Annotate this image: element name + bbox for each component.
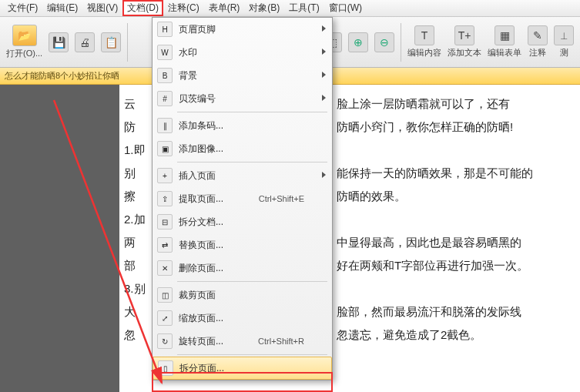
menu-item-删除页面[interactable]: ✕删除页面... <box>153 256 332 280</box>
menu-file[interactable]: 文件(F) <box>3 0 42 16</box>
page-gutter <box>0 85 119 392</box>
menu-item-背景[interactable]: B背景 <box>153 64 332 87</box>
measure-button[interactable]: ⟂测 <box>554 25 574 59</box>
menu-item-拆分文档[interactable]: ⊟拆分文档... <box>153 210 332 233</box>
menu-item-icon: ↻ <box>157 333 173 349</box>
menu-item-label: 插入页面 <box>179 169 216 183</box>
annotate-icon: ✎ <box>528 25 548 45</box>
menu-item-icon: ▯ <box>158 360 173 376</box>
menu-item-icon: B <box>157 68 173 83</box>
toolbar-separator <box>401 23 401 62</box>
doc-line: 好在两颊和T字部位再进行加强一次。 <box>337 254 533 277</box>
menu-item-label: 删除页面... <box>179 262 223 275</box>
text-edit-icon: T <box>414 25 434 45</box>
menu-annotate[interactable]: 注释(C) <box>163 0 204 16</box>
add-text-button[interactable]: T+添加文本 <box>448 25 481 59</box>
menu-item-label: 提取页面... <box>179 193 223 206</box>
doc-frag: 大 <box>124 300 146 323</box>
toolbar-separator <box>127 23 128 62</box>
menu-item-插入页面[interactable]: +插入页面 <box>153 164 332 187</box>
zoom-in[interactable]: ⊕ <box>348 32 368 52</box>
doc-frag: 别 <box>124 162 146 185</box>
menu-item-icon: ▣ <box>157 141 173 156</box>
doc-frag: 1.即 <box>124 139 146 162</box>
menu-item-label: 裁剪页面 <box>179 289 216 302</box>
menu-item-label: 缩放页面... <box>179 312 223 325</box>
doc-line: 中显得最高，因此也是最容易晒黑的 <box>337 231 533 254</box>
menu-item-贝茨编号[interactable]: #贝茨编号 <box>153 87 332 110</box>
doc-frag: 2.加 <box>124 208 146 231</box>
menu-item-label: 水印 <box>179 46 197 59</box>
zoom-in-icon: ⊕ <box>348 32 368 52</box>
zoom-out[interactable]: ⊖ <box>374 32 394 52</box>
menu-tools[interactable]: 工具(T) <box>284 0 324 16</box>
menu-view[interactable]: 视图(V) <box>82 0 122 16</box>
doc-frag: 忽 <box>124 323 146 347</box>
menu-item-icon: H <box>157 22 173 37</box>
menu-item-旋转页面[interactable]: ↻旋转页面...Ctrl+Shift+R <box>153 330 332 353</box>
menu-item-label: 替换页面... <box>179 239 223 252</box>
menu-item-裁剪页面[interactable]: ◫裁剪页面 <box>153 283 332 307</box>
menubar: 文件(F) 编辑(E) 视图(V) 文档(D) 注释(C) 表单(R) 对象(B… <box>0 0 580 17</box>
document-menu-dropdown: H页眉页脚W水印B背景#贝茨编号∥添加条码...▣添加图像...+插入页面⇪提取… <box>152 17 333 380</box>
menu-document[interactable]: 文档(D) <box>122 0 163 16</box>
tab-title: 怎么才能防晒8个小妙招让你晒 <box>5 70 119 82</box>
menu-item-label: 页眉页脚 <box>179 23 216 36</box>
menu-window[interactable]: 窗口(W) <box>324 0 367 16</box>
menu-item-水印[interactable]: W水印 <box>153 41 332 64</box>
menu-item-icon: ⊟ <box>157 214 173 230</box>
menu-item-icon: ⇄ <box>157 237 173 253</box>
annotate-button[interactable]: ✎注释 <box>528 25 548 59</box>
menu-item-label: 拆分页面... <box>179 362 224 375</box>
submenu-arrow-icon <box>322 95 326 101</box>
open-button[interactable]: 📂 打开(O)... <box>6 25 42 59</box>
menu-item-label: 拆分文档... <box>179 216 223 229</box>
print-icon: 🖨 <box>75 32 95 52</box>
menu-shortcut: Ctrl+Shift+E <box>259 194 317 203</box>
save-button[interactable]: 💾 <box>49 32 69 52</box>
doc-frag: 云 <box>124 92 146 116</box>
folder-open-icon: 📂 <box>12 25 37 46</box>
menu-item-添加条码[interactable]: ∥添加条码... <box>153 114 332 137</box>
submenu-arrow-icon <box>322 72 326 78</box>
menu-item-缩放页面[interactable]: ⤢缩放页面... <box>153 307 332 330</box>
menu-item-icon: ⇪ <box>157 191 173 206</box>
edit-content-button[interactable]: T编辑内容 <box>407 25 441 59</box>
form-icon: ▦ <box>495 25 515 45</box>
menu-edit[interactable]: 编辑(E) <box>42 0 82 16</box>
zoom-out-icon: ⊖ <box>374 32 394 52</box>
doc-frag: 擦 <box>124 185 146 208</box>
edit-form-button[interactable]: ▦编辑表单 <box>488 25 521 59</box>
menu-item-label: 添加图像... <box>179 142 223 156</box>
doc-line: 能保持一天的防晒效果，那是不可能的 <box>337 162 533 185</box>
submenu-arrow-icon <box>322 49 326 55</box>
menu-item-添加图像[interactable]: ▣添加图像... <box>153 137 332 160</box>
menu-object[interactable]: 对象(B) <box>244 0 284 16</box>
print-button[interactable]: 🖨 <box>75 32 95 52</box>
menu-item-label: 贝茨编号 <box>179 92 216 106</box>
menu-item-页眉页脚[interactable]: H页眉页脚 <box>153 18 332 41</box>
doc-line: 脸上涂一层防晒霜就可以了，还有 <box>337 92 533 116</box>
doc-line: 防晒小窍门，教你怎样正确的防晒! <box>337 116 533 139</box>
doc-frag: 两 <box>124 231 146 254</box>
menu-form[interactable]: 表单(R) <box>204 0 245 16</box>
menu-item-label: 添加条码... <box>179 119 223 132</box>
menu-item-icon: ◫ <box>157 287 173 303</box>
menu-item-提取页面[interactable]: ⇪提取页面...Ctrl+Shift+E <box>153 187 332 210</box>
submenu-arrow-icon <box>322 172 326 178</box>
menu-item-拆分页面[interactable]: ▯拆分页面... <box>153 357 332 380</box>
doc-line: 脸部，然而最易流汗和脱落的发际线 <box>337 300 533 323</box>
menu-item-icon: ∥ <box>157 118 173 133</box>
doc-frag: 部 <box>124 254 146 277</box>
doc-frag: 3.别 <box>124 277 146 300</box>
menu-item-替换页面[interactable]: ⇄替换页面... <box>153 233 332 256</box>
menu-item-icon: ✕ <box>157 260 173 276</box>
submenu-arrow-icon <box>322 25 326 32</box>
save-icon: 💾 <box>49 32 69 52</box>
clipboard-button[interactable]: 📋 <box>101 32 121 52</box>
menu-separator <box>177 112 327 112</box>
open-label: 打开(O)... <box>6 48 42 59</box>
clipboard-icon: 📋 <box>101 32 121 52</box>
doc-line: 忽遗忘，避免造成了2截色。 <box>337 323 533 347</box>
menu-item-label: 旋转页面... <box>179 335 223 348</box>
